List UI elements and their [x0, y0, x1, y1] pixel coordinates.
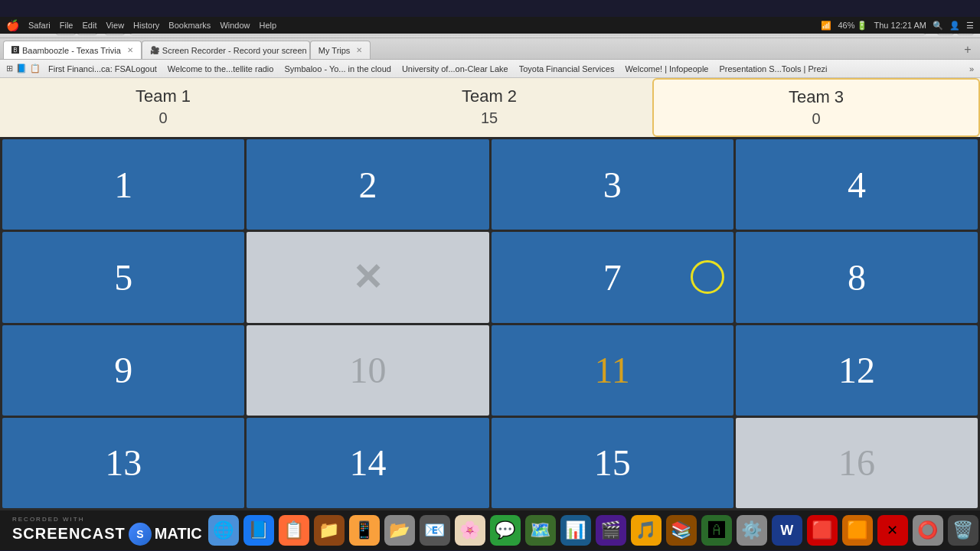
- cell-13[interactable]: 13: [2, 418, 244, 508]
- tab-favicon-1: 🅱: [11, 46, 19, 54]
- bookmark-6[interactable]: Welcome! | Infopeople: [620, 63, 713, 75]
- menu-view[interactable]: View: [106, 21, 124, 30]
- dock-facebook[interactable]: 📘: [243, 515, 274, 546]
- tab-favicon-2: 🎥: [150, 46, 159, 54]
- bookmark-3[interactable]: Symbaloo - Yo... in the cloud: [279, 63, 395, 75]
- recording-text: RECORDED WITH SCREENCAST S MATIC: [12, 516, 202, 546]
- list-icon[interactable]: ☰: [966, 21, 974, 31]
- team-2-score: 15: [339, 109, 639, 127]
- bookmarks-more[interactable]: »: [969, 64, 974, 73]
- cell-1-number: 1: [114, 164, 132, 206]
- dock-app-circle[interactable]: ⭕: [913, 515, 943, 546]
- tab-close-3[interactable]: ✕: [356, 46, 362, 54]
- app-window: 🍎 Safari File Edit View History Bookmark…: [0, 17, 980, 551]
- dock-sysprefs[interactable]: ⚙️: [737, 515, 767, 546]
- dock-trash[interactable]: 🗑️: [948, 515, 978, 546]
- user-icon[interactable]: 👤: [949, 21, 960, 31]
- bookmark-1[interactable]: First Financi...ca: FSALogout: [44, 63, 162, 75]
- dock-appstore[interactable]: 🅰: [701, 515, 732, 546]
- tab-label-1: Baamboozle - Texas Trivia: [22, 46, 121, 55]
- cell-8[interactable]: 8: [736, 232, 978, 322]
- dock-facetime[interactable]: 💬: [490, 515, 521, 546]
- dock: 🌐 📘 📋 📁 9 📱 📂 📧 🌸 💬 🗺️ 📊 🎬 🎵 📚 🅰 ⚙️ W 🟥 …: [208, 515, 978, 546]
- cell-7[interactable]: 7: [492, 232, 733, 322]
- dock-keynote[interactable]: 🎬: [596, 515, 626, 546]
- cell-6[interactable]: ✕: [247, 232, 488, 322]
- dock-app-red[interactable]: 🟥: [807, 515, 838, 546]
- page-content: Team 1 0 Team 2 15 Team 3 0 1 2 3: [0, 78, 980, 510]
- dock-maps[interactable]: 🗺️: [525, 515, 556, 546]
- new-tab-plus[interactable]: +: [959, 41, 977, 59]
- recording-bar: RECORDED WITH SCREENCAST S MATIC 🌐 📘 📋 📁…: [0, 510, 980, 550]
- cell-15[interactable]: 15: [492, 418, 733, 508]
- team-3-box: Team 3 0: [652, 78, 980, 137]
- cell-8-number: 8: [848, 256, 866, 298]
- bookmark-7[interactable]: Presentation S...Tools | Prezi: [714, 63, 831, 75]
- cell-1[interactable]: 1: [2, 139, 244, 230]
- dock-photos[interactable]: 🌸: [455, 515, 485, 546]
- dock-itunes[interactable]: 🎵: [631, 515, 662, 546]
- cell-10[interactable]: 10: [247, 325, 488, 416]
- tab-label-2: Screen Recorder - Record your screen for…: [162, 46, 310, 55]
- cell-16[interactable]: 16: [736, 418, 978, 508]
- menu-bookmarks[interactable]: Bookmarks: [168, 21, 211, 30]
- cell-9-number: 9: [114, 349, 132, 391]
- cell-3[interactable]: 3: [492, 139, 733, 230]
- dock-word[interactable]: W: [772, 515, 802, 546]
- cell-11[interactable]: 11: [492, 325, 733, 416]
- dock-numbers[interactable]: 📊: [560, 515, 591, 546]
- clipboard-icon: 📋: [30, 64, 41, 73]
- cell-15-number: 15: [594, 442, 631, 484]
- menu-safari[interactable]: Safari: [28, 21, 51, 30]
- bookmark-5[interactable]: Toyota Financial Services: [514, 63, 619, 75]
- menu-help[interactable]: Help: [260, 21, 277, 30]
- menu-history[interactable]: History: [133, 21, 159, 30]
- menu-file[interactable]: File: [60, 21, 74, 30]
- cell-14[interactable]: 14: [247, 418, 488, 508]
- cell-3-number: 3: [603, 164, 622, 206]
- dock-notes[interactable]: 📁: [314, 515, 345, 546]
- tab-bar: 🅱 Baamboozle - Texas Trivia ✕ 🎥 Screen R…: [0, 38, 980, 60]
- dock-badge[interactable]: 9 📱: [349, 515, 380, 546]
- dock-app-orange[interactable]: 🟧: [842, 515, 873, 546]
- bookmark-2[interactable]: Welcome to the...tellite radio: [163, 63, 279, 75]
- dock-app-x[interactable]: ✕: [877, 515, 908, 546]
- cell-7-number: 7: [603, 256, 622, 298]
- cell-9[interactable]: 9: [2, 325, 244, 416]
- cell-13-number: 13: [105, 442, 142, 484]
- search-icon[interactable]: 🔍: [933, 21, 943, 31]
- dock-chrome[interactable]: 🌐: [208, 515, 239, 546]
- team-2-name: Team 2: [339, 86, 639, 106]
- cell-5[interactable]: 5: [2, 232, 244, 322]
- menu-window[interactable]: Window: [220, 21, 250, 30]
- dock-mail[interactable]: 📧: [420, 515, 450, 546]
- dock-finder[interactable]: 📂: [384, 515, 415, 546]
- tab-mytrips[interactable]: My Trips ✕: [310, 41, 371, 59]
- team-3-name: Team 3: [666, 87, 966, 107]
- system-bar: 🍎 Safari File Edit View History Bookmark…: [0, 17, 980, 34]
- bookmarks-grid-icon[interactable]: ⊞: [6, 64, 13, 73]
- cell-12-number: 12: [838, 349, 875, 391]
- cell-2[interactable]: 2: [247, 139, 488, 230]
- cursor-ring: [691, 260, 724, 294]
- dock-books[interactable]: 📚: [666, 515, 697, 546]
- dock-app3[interactable]: 📋: [279, 515, 309, 546]
- apple-menu[interactable]: 🍎: [6, 19, 19, 31]
- matic-label: MATIC: [155, 525, 202, 543]
- tab-recorder[interactable]: 🎥 Screen Recorder - Record your screen f…: [142, 41, 310, 59]
- battery-status: 46% 🔋: [838, 21, 867, 31]
- team-2-box: Team 2 15: [326, 78, 652, 137]
- tab-label-3: My Trips: [318, 46, 351, 55]
- cell-4[interactable]: 4: [736, 139, 978, 230]
- teams-header: Team 1 0 Team 2 15 Team 3 0: [0, 78, 980, 137]
- menu-edit[interactable]: Edit: [82, 21, 96, 30]
- screencast-logo: S: [129, 523, 152, 546]
- cell-12[interactable]: 12: [736, 325, 978, 416]
- bookmark-4[interactable]: University of...on-Clear Lake: [397, 63, 513, 75]
- cell-11-number: 11: [595, 349, 630, 391]
- cell-16-number: 16: [838, 442, 875, 484]
- tab-baamboozle[interactable]: 🅱 Baamboozle - Texas Trivia ✕: [3, 41, 142, 59]
- tab-close-1[interactable]: ✕: [127, 46, 133, 54]
- team-1-score: 0: [13, 109, 313, 127]
- screencast-label: SCREENCAST: [12, 525, 126, 543]
